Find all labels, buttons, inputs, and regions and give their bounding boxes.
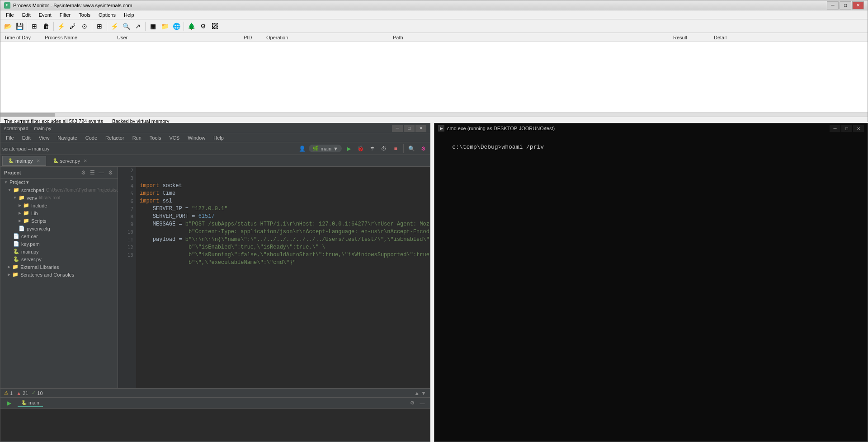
cmd-close-btn[interactable]: ✕ [853, 125, 864, 132]
settings-btn[interactable]: ⚙ [198, 21, 208, 32]
col-path[interactable]: Path [391, 35, 671, 40]
menu-help[interactable]: Help [120, 11, 138, 19]
pycharm-minimize-btn[interactable]: ─ [392, 125, 403, 132]
debug-btn[interactable]: 🐞 [355, 144, 365, 154]
procmon-minimize-btn[interactable]: ─ [827, 1, 839, 9]
sidebar-item-project[interactable]: ▼ Project ▾ [0, 179, 118, 186]
find-btn[interactable]: 🔍 [121, 21, 132, 32]
branch-selector[interactable]: 🌿 main ▼ [309, 145, 342, 152]
pycharm-menu-window[interactable]: Window [184, 134, 209, 141]
highlight-btn[interactable]: 🖊 [67, 21, 78, 32]
warning-triangle-icon: ⚠ [4, 390, 9, 396]
close-server-py-icon[interactable]: ✕ [84, 159, 87, 163]
enable-btn[interactable]: ⚡ [109, 21, 120, 32]
sidebar-item-scripts[interactable]: ▶ 📁 Scripts [0, 217, 118, 225]
stop-btn[interactable]: ■ [391, 144, 401, 154]
pycharm-menu-navigate[interactable]: Navigate [54, 134, 80, 141]
screenshot-btn[interactable]: 🖼 [209, 21, 220, 32]
search-everywhere-btn[interactable]: 🔍 [406, 144, 416, 154]
pycharm-menu-edit[interactable]: Edit [19, 134, 34, 141]
col-time-of-day[interactable]: Time of Day [2, 35, 43, 40]
pycharm-menu-code[interactable]: Code [82, 134, 101, 141]
line-num-13: 13 [118, 251, 136, 259]
menu-options[interactable]: Options [95, 11, 119, 19]
run-config-btn[interactable]: ▶ [344, 144, 354, 154]
menu-filter[interactable]: Filter [56, 11, 74, 19]
cmd-maximize-btn[interactable]: □ [841, 125, 852, 132]
cert-file-icon: 📄 [13, 233, 19, 239]
menu-tools[interactable]: Tools [75, 11, 94, 19]
col-operation[interactable]: Operation [264, 35, 391, 40]
profile-btn[interactable]: ⏱ [379, 144, 389, 154]
toolbar-sep-3 [92, 22, 92, 31]
filter-btn[interactable]: ⚡ [56, 21, 66, 32]
sidebar-collapse-icon[interactable]: — [98, 169, 105, 176]
sidebar-item-key[interactable]: 📄 key.pem [0, 240, 118, 248]
netactivity-btn[interactable]: 🌐 [171, 21, 182, 32]
prev-warning-icon[interactable]: ▲ [414, 390, 420, 396]
code-line-7: SERVER_PORT = 61517 [140, 213, 215, 220]
network-btn[interactable]: ⊞ [94, 21, 105, 32]
menu-event[interactable]: Event [35, 11, 55, 19]
code-content[interactable]: import socket import time import ssl SER… [136, 167, 430, 274]
run-tab-main[interactable]: 🐍 main [18, 399, 43, 407]
save-btn[interactable]: 💾 [14, 21, 25, 32]
autoscroll-btn[interactable]: ⊞ [29, 21, 40, 32]
pycharm-menu-tools[interactable]: Tools [146, 134, 165, 141]
h-scrollbar[interactable] [0, 112, 868, 117]
sidebar-item-main-py[interactable]: 🐍 main.py [0, 248, 118, 255]
col-pid[interactable]: PID [242, 35, 264, 40]
col-detail[interactable]: Detail [712, 35, 753, 40]
procmon-close-btn[interactable]: ✕ [852, 1, 864, 9]
sidebar-item-server-py[interactable]: 🐍 server.py [0, 255, 118, 263]
pycharm-close-btn[interactable]: ✕ [415, 125, 426, 132]
exclude-btn[interactable]: ⊙ [79, 21, 90, 32]
col-result[interactable]: Result [671, 35, 712, 40]
registry-btn[interactable]: ▦ [147, 21, 158, 32]
procmon-title: Process Monitor - Sysinternals: www.sysi… [13, 3, 132, 8]
open-btn[interactable]: 📂 [2, 21, 13, 32]
sidebar-item-venv[interactable]: ▼ 📁 venv library root [0, 194, 118, 202]
menu-edit[interactable]: Edit [19, 11, 34, 19]
sidebar-settings-icon[interactable]: ⚙ [80, 169, 87, 176]
next-warning-icon[interactable]: ▼ [421, 390, 426, 396]
process-tree-btn[interactable]: 🌲 [186, 21, 197, 32]
pycharm-menu-vcs[interactable]: VCS [166, 134, 184, 141]
sidebar-gear-icon[interactable]: ⚙ [107, 169, 114, 176]
scripts-folder-icon: 📁 [23, 218, 29, 224]
cmd-minimize-btn[interactable]: ─ [830, 125, 840, 132]
sidebar-item-lib[interactable]: ▶ 📁 Lib [0, 209, 118, 217]
close-main-py-icon[interactable]: ✕ [37, 159, 40, 163]
pycharm-menu-refactor[interactable]: Refactor [102, 134, 128, 141]
pycharm-menu-file[interactable]: File [2, 134, 18, 141]
user-icon-btn[interactable]: 👤 [297, 144, 307, 154]
run-settings-btn[interactable]: ⚙ [408, 399, 416, 407]
pycharm-menu-help[interactable]: Help [210, 134, 227, 141]
procmon-maximize-btn[interactable]: □ [840, 1, 851, 9]
sidebar-item-scratches[interactable]: ▶ 📁 Scratches and Consoles [0, 271, 118, 278]
sidebar-item-external[interactable]: ▶ 📁 External Libraries [0, 263, 118, 271]
clear-btn[interactable]: 🗑 [41, 21, 52, 32]
sidebar-list-icon[interactable]: ☰ [89, 169, 96, 176]
pycharm-menu-run[interactable]: Run [129, 134, 145, 141]
scroll-thumb[interactable] [0, 113, 55, 117]
settings-btn[interactable]: ⚙ [418, 144, 428, 154]
jump-btn[interactable]: ↗ [132, 21, 143, 32]
code-editor[interactable]: 2 3 4 5 6 7 8 9 10 11 12 13 import socke… [118, 167, 430, 388]
coverage-btn[interactable]: ☂ [367, 144, 377, 154]
tab-server-py[interactable]: 🐍 server.py ✕ [47, 156, 94, 166]
run-close-btn[interactable]: — [418, 399, 426, 407]
col-process-name[interactable]: Process Name [43, 35, 115, 40]
filesystem-btn[interactable]: 📁 [159, 21, 170, 32]
tab-main-py[interactable]: 🐍 main.py ✕ [2, 156, 46, 166]
sidebar-item-pyvenv[interactable]: 📄 pyvenv.cfg [0, 225, 118, 232]
sidebar-item-include[interactable]: ▶ 📁 Include [0, 202, 118, 209]
menu-file[interactable]: File [2, 11, 18, 19]
col-user[interactable]: User [115, 35, 242, 40]
pycharm-toolbar-right: 👤 🌿 main ▼ ▶ 🐞 ☂ ⏱ ■ 🔍 ⚙ [297, 144, 428, 154]
pycharm-maximize-btn[interactable]: □ [404, 125, 415, 132]
sidebar-item-cert[interactable]: 📄 cert.cer [0, 232, 118, 240]
run-play-btn[interactable]: ▶ [4, 398, 14, 408]
sidebar-item-scrachpad[interactable]: ▼ 📁 scrachpad C:\Users\Tomer\PycharmProj… [0, 186, 118, 194]
pycharm-menu-view[interactable]: View [35, 134, 53, 141]
